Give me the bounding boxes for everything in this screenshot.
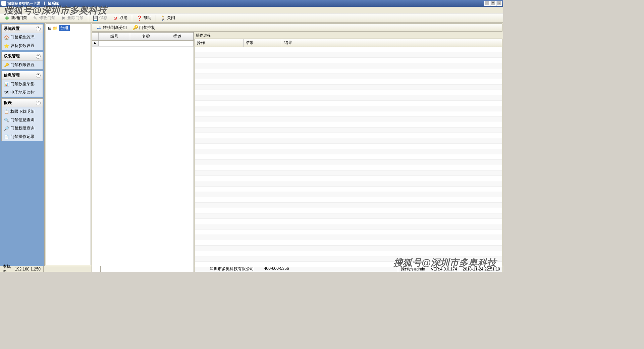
tree-root-node[interactable]: ⊟ 📁 分组 bbox=[46, 24, 91, 32]
help-button[interactable]: ❓ 帮助 bbox=[134, 14, 154, 22]
close-button[interactable]: 🚶 关闭 bbox=[158, 14, 177, 22]
sidebar-item-label: 门禁权限设置 bbox=[10, 62, 35, 68]
sidebar-item-data-collect[interactable]: 📊 门禁数据采集 bbox=[2, 80, 43, 88]
progress-row[interactable] bbox=[195, 52, 502, 58]
grid-col-id[interactable]: 编号 bbox=[99, 33, 130, 40]
progress-row[interactable] bbox=[195, 117, 502, 122]
sidebar-item-map-monitor[interactable]: 🗺 电子地图监控 bbox=[2, 88, 43, 97]
sidebar-item-label: 门禁操作记录 bbox=[10, 134, 35, 140]
sidebar-item-info-query[interactable]: 🔍 门禁信息查询 bbox=[2, 116, 43, 124]
grid-row[interactable]: ▸ bbox=[92, 41, 194, 47]
save-button[interactable]: 💾 保存 bbox=[90, 14, 110, 22]
status-ip: 本机IP:192.168.1.250 bbox=[0, 266, 44, 272]
sidebar-item-permission-set[interactable]: 🔑 门禁权限设置 bbox=[2, 61, 43, 69]
access-control-button[interactable]: 🔑 门禁控制 bbox=[130, 23, 158, 32]
progress-row[interactable] bbox=[195, 95, 502, 101]
progress-col-result2[interactable]: 结果 bbox=[282, 39, 502, 47]
progress-row[interactable] bbox=[195, 74, 502, 79]
progress-row[interactable] bbox=[195, 208, 502, 213]
progress-row[interactable] bbox=[195, 224, 502, 230]
minimize-button[interactable]: _ bbox=[484, 1, 490, 6]
sidebar-header-system[interactable]: 系统设置 ⌃ bbox=[2, 24, 43, 33]
sidebar-item-perm-query[interactable]: 🔎 门禁权限查询 bbox=[2, 124, 43, 133]
sidebar-item-label: 设备参数设置 bbox=[10, 43, 35, 49]
grid-cell[interactable] bbox=[162, 41, 194, 46]
progress-row[interactable] bbox=[195, 122, 502, 128]
progress-row[interactable] bbox=[195, 256, 502, 262]
progress-row[interactable] bbox=[195, 197, 502, 203]
exit-icon: 🚶 bbox=[160, 15, 166, 21]
progress-row[interactable] bbox=[195, 101, 502, 106]
save-icon: 💾 bbox=[93, 15, 98, 21]
chevron-up-icon: ⌃ bbox=[36, 101, 41, 105]
progress-row[interactable] bbox=[195, 251, 502, 256]
transfer-group-button[interactable]: ⇄ 转移到新分组 bbox=[94, 23, 129, 32]
delete-button[interactable]: ✖ 删除门禁 bbox=[58, 14, 86, 22]
progress-row[interactable] bbox=[195, 240, 502, 246]
plus-icon: ✚ bbox=[4, 15, 10, 21]
status-company: 深圳市多奥科技有限公司 bbox=[210, 266, 254, 272]
progress-row[interactable] bbox=[195, 128, 502, 133]
progress-row[interactable] bbox=[195, 187, 502, 192]
status-operator: 操作员:admin bbox=[398, 266, 428, 272]
menu-system[interactable]: 系统... bbox=[1, 6, 18, 13]
progress-row[interactable] bbox=[195, 192, 502, 197]
progress-row[interactable] bbox=[195, 90, 502, 95]
progress-row[interactable] bbox=[195, 85, 502, 90]
progress-col-result1[interactable]: 结果 bbox=[244, 39, 282, 47]
progress-row[interactable] bbox=[195, 68, 502, 74]
progress-row[interactable] bbox=[195, 170, 502, 176]
progress-row[interactable] bbox=[195, 111, 502, 117]
progress-row[interactable] bbox=[195, 138, 502, 144]
sidebar-item-access-manage[interactable]: 🏠 门禁系统管理 bbox=[2, 33, 43, 42]
progress-row[interactable] bbox=[195, 181, 502, 187]
progress-row[interactable] bbox=[195, 63, 502, 68]
sidebar-header-reports[interactable]: 报表 ⌃ bbox=[2, 99, 43, 107]
sidebar-item-device-params[interactable]: ⭐ 设备参数设置 bbox=[2, 42, 43, 50]
sidebar-header-info[interactable]: 信息管理 ⌃ bbox=[2, 71, 43, 80]
progress-row[interactable] bbox=[195, 235, 502, 240]
sub-toolbar: ⇄ 转移到新分组 🔑 门禁控制 bbox=[92, 23, 502, 32]
new-button[interactable]: ✚ 新增门禁 bbox=[2, 14, 30, 22]
progress-row[interactable] bbox=[195, 47, 502, 52]
progress-row[interactable] bbox=[195, 149, 502, 154]
grid-cell[interactable] bbox=[99, 41, 130, 46]
sidebar-item-op-log[interactable]: 📄 门禁操作记录 bbox=[2, 133, 43, 141]
progress-row[interactable] bbox=[195, 213, 502, 219]
maximize-button[interactable]: □ bbox=[490, 1, 496, 6]
progress-row[interactable] bbox=[195, 58, 502, 63]
expand-icon: ⊟ bbox=[48, 26, 51, 31]
main-toolbar: ✚ 新增门禁 ✎ 修改门禁 ✖ 删除门禁 💾 保存 ⊘ 取消 ❓ 帮助 🚶 关闭 bbox=[0, 13, 503, 23]
progress-row[interactable] bbox=[195, 219, 502, 224]
close-window-button[interactable]: × bbox=[496, 1, 502, 6]
progress-row[interactable] bbox=[195, 230, 502, 235]
progress-row[interactable] bbox=[195, 79, 502, 85]
sidebar-group-permissions: 权限管理 ⌃ 🔑 门禁权限设置 bbox=[1, 52, 43, 69]
progress-grid[interactable]: 操作 结果 结果 bbox=[195, 39, 502, 272]
progress-row[interactable] bbox=[195, 106, 502, 111]
progress-row[interactable] bbox=[195, 133, 502, 138]
cancel-button[interactable]: ⊘ 取消 bbox=[110, 14, 130, 22]
progress-row[interactable] bbox=[195, 160, 502, 165]
sidebar-item-perm-download[interactable]: 📋 权限下载明细 bbox=[2, 107, 43, 116]
progress-rows bbox=[195, 47, 502, 272]
progress-row[interactable] bbox=[195, 154, 502, 160]
grid-col-desc[interactable]: 描述 bbox=[162, 33, 194, 40]
grid-col-name[interactable]: 名称 bbox=[130, 33, 162, 40]
progress-row[interactable] bbox=[195, 246, 502, 251]
edit-button[interactable]: ✎ 修改门禁 bbox=[30, 14, 58, 22]
status-blank bbox=[44, 266, 101, 272]
close-label: 关闭 bbox=[167, 15, 175, 21]
progress-row[interactable] bbox=[195, 176, 502, 181]
progress-panel: 操作进程 操作 结果 结果 bbox=[195, 32, 502, 272]
app-icon bbox=[1, 1, 6, 6]
progress-header: 操作 结果 结果 bbox=[195, 39, 502, 47]
progress-row[interactable] bbox=[195, 165, 502, 170]
transfer-label: 转移到新分组 bbox=[103, 25, 127, 31]
progress-col-op[interactable]: 操作 bbox=[195, 39, 244, 47]
progress-row[interactable] bbox=[195, 203, 502, 208]
grid-cell[interactable] bbox=[130, 41, 162, 46]
progress-row[interactable] bbox=[195, 144, 502, 149]
sidebar-header-permissions[interactable]: 权限管理 ⌃ bbox=[2, 52, 43, 61]
data-grid[interactable]: 编号 名称 描述 ▸ bbox=[92, 32, 194, 272]
